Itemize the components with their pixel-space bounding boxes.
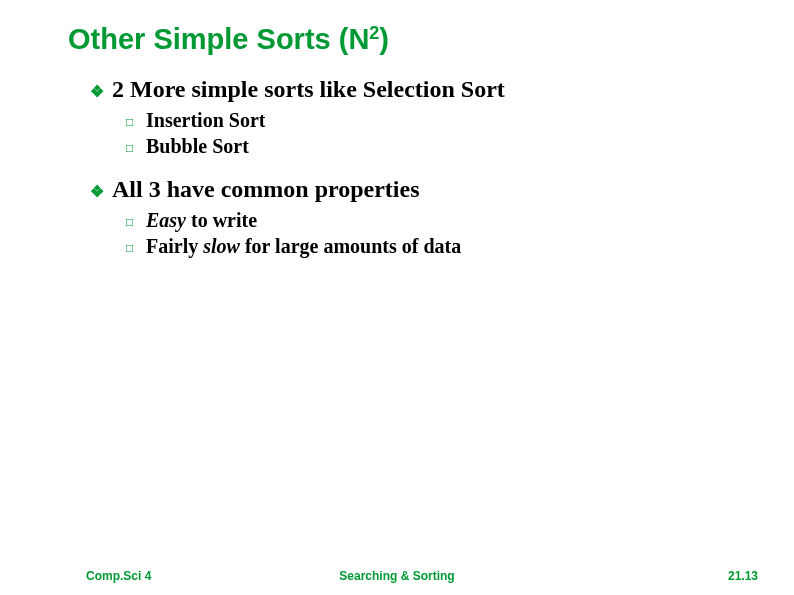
bullet-text: All 3 have common properties	[112, 176, 420, 203]
square-bullet-icon: □	[126, 115, 138, 129]
diamond-bullet-icon: ❖	[90, 82, 104, 101]
title-pre: Other Simple Sorts (N	[68, 23, 369, 55]
footer-center: Searching & Sorting	[0, 569, 794, 583]
diamond-bullet-icon: ❖	[90, 182, 104, 201]
square-bullet-icon: □	[126, 141, 138, 155]
bullet-text: Fairly slow for large amounts of data	[146, 235, 461, 258]
bullet-level1: ❖ All 3 have common properties	[90, 176, 730, 203]
footer-right: 21.13	[728, 569, 758, 583]
slide-body: ❖ 2 More simple sorts like Selection Sor…	[90, 72, 730, 276]
title-sup: 2	[369, 23, 379, 43]
bullet-text: Insertion Sort	[146, 109, 265, 132]
bullet-level2: □ Easy to write	[126, 209, 730, 232]
bullet-level1: ❖ 2 More simple sorts like Selection Sor…	[90, 76, 730, 103]
bullet-level2: □ Bubble Sort	[126, 135, 730, 158]
bullet-level2: □ Fairly slow for large amounts of data	[126, 235, 730, 258]
sub-bullet-group: □ Easy to write □ Fairly slow for large …	[126, 209, 730, 258]
bullet-level2: □ Insertion Sort	[126, 109, 730, 132]
square-bullet-icon: □	[126, 215, 138, 229]
title-post: )	[379, 23, 389, 55]
sub-bullet-group: □ Insertion Sort □ Bubble Sort	[126, 109, 730, 158]
slide-title: Other Simple Sorts (N2)	[68, 22, 389, 56]
slide: Other Simple Sorts (N2) ❖ 2 More simple …	[0, 0, 794, 595]
bullet-text: Bubble Sort	[146, 135, 249, 158]
bullet-text: Easy to write	[146, 209, 257, 232]
square-bullet-icon: □	[126, 241, 138, 255]
bullet-text: 2 More simple sorts like Selection Sort	[112, 76, 505, 103]
